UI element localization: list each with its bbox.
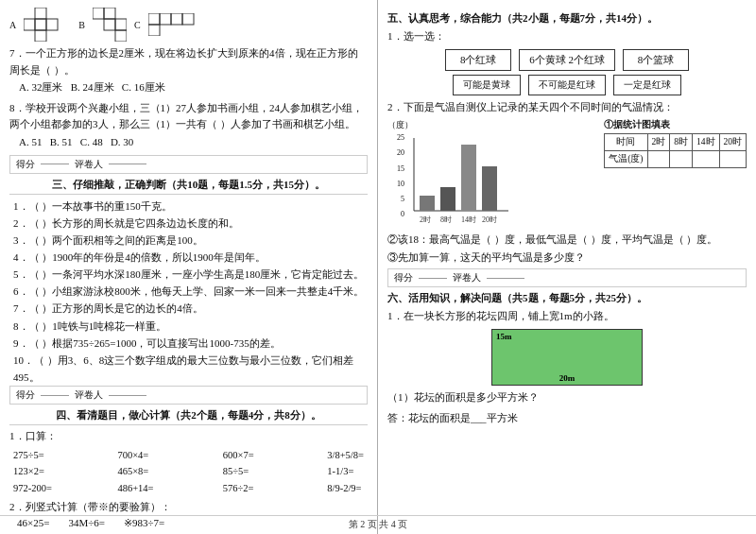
- bar-chart-svg: 2时 8时 14时 20时: [404, 133, 513, 228]
- judge-item-4: 4．（ ）1900年的年份是4的倍数，所以1900年是闰年。: [13, 249, 368, 266]
- judge-item-8: 8．（ ）1吨铁与1吨棉花一样重。: [13, 318, 368, 335]
- ball-box-2: 6个黄球 2个红球: [519, 49, 615, 71]
- left-column: A B C: [0, 0, 378, 534]
- judge-list: 1．（ ）一本故事书的重150千克。 2．（ ）长方形的周长就是它四条边边长度的…: [13, 198, 368, 387]
- td-unit: 气温(度): [605, 151, 647, 168]
- calc-row-2: 123×2= 465×8= 85÷5= 1-1/3=: [9, 463, 368, 480]
- q7-block: 7．一个正方形的边长是2厘米，现在将边长扩大到原来的4倍，现在正方形的周长是（ …: [9, 45, 368, 96]
- calc-r3c1: 972-200=: [9, 480, 113, 497]
- svg-rect-20: [482, 166, 497, 211]
- score-row-1: 得分 评卷人: [9, 155, 368, 174]
- reviewer-label-right: 评卷人: [453, 271, 481, 284]
- y-label-25: 25: [397, 133, 404, 142]
- q8-a: A. 51: [19, 136, 42, 147]
- svg-rect-1: [35, 8, 46, 19]
- svg-rect-3: [46, 19, 58, 30]
- q7-text: 7．一个正方形的边长是2厘米，现在将边长扩大到原来的4倍，现在正方形的周长是（ …: [9, 45, 368, 78]
- svg-rect-4: [35, 30, 46, 42]
- judge-item-10: 10．（ ）用3、6、8这三个数字组成的最大三位数与最小三位数，它们相差495。: [13, 352, 368, 386]
- shapes-area: A B C: [9, 8, 368, 42]
- score-label-1: 得分: [16, 158, 35, 171]
- q8-c: C. 48: [80, 136, 103, 147]
- th-time: 时间: [605, 134, 647, 151]
- prob-row: 可能是黄球 不可能是红球 一定是红球: [387, 75, 747, 95]
- q8-b: B. 51: [50, 136, 73, 147]
- prob-box-3: 一定是红球: [613, 75, 681, 95]
- judge-item-7: 7．（ ）正方形的周长是它的边长的4倍。: [13, 300, 368, 317]
- prob-box-1: 可能是黄球: [453, 75, 521, 95]
- flower-rect-wrap: 15m 20m: [387, 329, 747, 386]
- calc-r3c3: 576÷2=: [219, 480, 323, 497]
- reviewer-label-2: 评卷人: [75, 388, 103, 402]
- y-label-10: 10: [397, 180, 404, 188]
- svg-text:2时: 2时: [420, 215, 431, 224]
- score-blank-right: [419, 278, 447, 279]
- dim-top-label: 15m: [496, 332, 512, 341]
- shape-label-b: B: [78, 20, 85, 30]
- y-label-15: 15: [397, 164, 404, 173]
- svg-rect-13: [182, 13, 194, 25]
- judge-item-3: 3．（ ）两个面积相等之间的距离是100。: [13, 232, 368, 249]
- reviewer-blank-1: [109, 164, 146, 164]
- sec4-title: 四、看清题目，做心计算（共2个题，每题4分，共8分）。: [9, 408, 368, 425]
- reviewer-blank-2: [109, 395, 146, 396]
- svg-rect-17: [420, 196, 435, 211]
- sec4-q1-label: 1．口算：: [9, 428, 368, 445]
- th-2: 2时: [647, 134, 670, 151]
- ball-row: 8个红球 6个黄球 2个红球 8个篮球: [387, 49, 747, 71]
- th-8: 8时: [670, 134, 693, 151]
- svg-rect-9: [115, 30, 127, 42]
- judge-item-1: 1．（ ）一本故事书的重150千克。: [13, 198, 368, 215]
- sec6-title: 六、活用知识，解决问题（共5题，每题5分，共25分）。: [387, 291, 747, 305]
- shape-label-c: C: [134, 20, 141, 30]
- q7-b: B. 24厘米: [71, 81, 114, 93]
- q7-c: C. 16厘米: [122, 81, 165, 93]
- score-blank-2: [41, 395, 69, 396]
- td-2: [647, 151, 670, 168]
- svg-rect-7: [104, 19, 115, 30]
- calc-r3c2: 486+14=: [113, 480, 218, 497]
- svg-rect-5: [93, 8, 104, 19]
- chart-title: ①据统计图填表: [604, 119, 747, 131]
- judge-item-2: 2．（ ）长方形的周长就是它四条边边长度的和。: [13, 215, 368, 232]
- sec6-q1-sub: （1）花坛的面积是多少平方米？: [387, 389, 747, 406]
- th-14: 14时: [693, 134, 720, 151]
- calc-r1c1: 275÷5=: [9, 447, 113, 464]
- temp-table-row: 气温(度): [605, 151, 747, 168]
- ball-box-1: 8个红球: [445, 49, 511, 71]
- score-label-right: 得分: [394, 271, 413, 284]
- svg-rect-19: [461, 145, 476, 211]
- sec6-q1-text: 1．在一块长方形的花坛四周，铺上宽1m的小路。: [387, 308, 747, 325]
- score-row-right: 得分 评卷人: [387, 268, 747, 287]
- flower-rect: 15m 20m: [491, 329, 643, 386]
- sec5-title: 五、认真思考，综合能力（共2小题，每题7分，共14分）。: [387, 11, 747, 26]
- shape-c-svg: [148, 13, 205, 36]
- q7-options: A. 32厘米 B. 24厘米 C. 16厘米: [19, 79, 368, 96]
- right-column: 五、认真思考，综合能力（共2小题，每题7分，共14分）。 1．选一选： 8个红球…: [378, 0, 756, 534]
- page-footer: 第 2 页 共 4 页: [0, 515, 756, 531]
- q8-text: 8．学校开设两个兴趣小组，三（1）27人参加书画小组，24人参加棋艺小组，两个小…: [9, 100, 368, 133]
- judge-item-5: 5．（ ）一条河平均水深180厘米，一座小学生高是180厘米，它肯定能过去。: [13, 266, 368, 283]
- calc-r2c3: 85÷5=: [219, 463, 323, 480]
- calc-row-1: 275÷5= 700×4= 600×7= 3/8+5/8=: [9, 447, 368, 464]
- judge-item-6: 6．（ ）小组家游泳校800米，他每天上学、回家一米一回来一共整走4千米。: [13, 283, 368, 300]
- td-8: [670, 151, 693, 168]
- chart-area: （度） 25 20 15 10 5 0: [387, 119, 747, 228]
- calc-r1c3: 600×7=: [219, 447, 323, 464]
- calc-r1c2: 700×4=: [113, 447, 218, 464]
- sec4-q2-label: 2．列竖式计算（带※的要验算）：: [9, 499, 368, 516]
- sec5-q2-text: 2．下面是气温自测仪上记录的某天四个不同时间的气温情况：: [387, 99, 747, 116]
- chart-y-unit: （度）: [387, 119, 596, 131]
- q2-blanks: ②该18：最高气温是（ ）度，最低气温是（ ）度，平均气温是（ ）度。: [387, 232, 747, 249]
- calc-row-3: 972-200= 486+14= 576÷2= 8/9-2/9=: [9, 480, 368, 497]
- shape-b-svg: [93, 8, 127, 42]
- y-label-20: 20: [397, 148, 404, 157]
- calc-r3c4: 8/9-2/9=: [323, 480, 368, 497]
- q2-calc: ③先加算一算，这天的平均气温是多少度？: [387, 250, 747, 267]
- shape-a-svg: [24, 8, 71, 42]
- shape-label-a: A: [9, 20, 16, 30]
- svg-rect-11: [160, 13, 171, 25]
- q7-a: A. 32厘米: [19, 81, 62, 93]
- svg-rect-6: [104, 8, 115, 19]
- reviewer-blank-right: [487, 278, 524, 279]
